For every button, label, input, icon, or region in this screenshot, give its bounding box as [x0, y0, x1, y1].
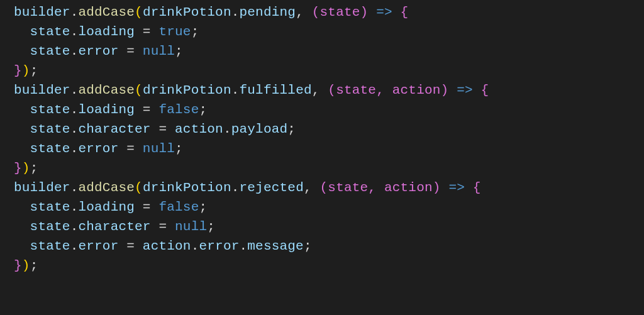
identifier: drinkPotion [143, 83, 231, 97]
code-line: }); [14, 258, 38, 273]
property: rejected [240, 180, 304, 195]
code-line: state.loading = false; [14, 102, 207, 117]
code-line: state.character = action.payload; [14, 122, 296, 136]
code-line: state.error = action.error.message; [14, 239, 312, 253]
identifier: drinkPotion [143, 180, 231, 195]
code-line: builder.addCase(drinkPotion.fulfilled, (… [14, 83, 489, 97]
code-line: state.loading = false; [14, 200, 207, 214]
code-editor[interactable]: builder.addCase(drinkPotion.pending, (st… [0, 0, 644, 275]
identifier: builder [14, 180, 70, 195]
method-name: addCase [78, 180, 135, 195]
rhs-expr: action.error.message [143, 239, 304, 253]
property: pending [240, 5, 296, 19]
method-name: addCase [78, 83, 135, 97]
code-line: builder.addCase(drinkPotion.rejected, (s… [14, 180, 481, 195]
code-line: state.error = null; [14, 44, 183, 58]
code-line: state.error = null; [14, 141, 183, 156]
rhs-expr: action.payload [175, 122, 287, 136]
code-line: builder.addCase(drinkPotion.pending, (st… [14, 5, 408, 19]
method-name: addCase [78, 5, 135, 19]
code-line: }); [14, 161, 38, 175]
callback-params: (state, action) [320, 180, 441, 195]
code-line: state.character = null; [14, 219, 215, 234]
callback-params: (state, action) [328, 83, 448, 97]
identifier: builder [14, 5, 70, 19]
code-line: }); [14, 64, 38, 78]
identifier: drinkPotion [143, 5, 231, 19]
callback-params: (state) [312, 5, 369, 19]
identifier: builder [14, 83, 70, 97]
code-line: state.loading = true; [14, 25, 199, 39]
property: fulfilled [240, 83, 312, 97]
